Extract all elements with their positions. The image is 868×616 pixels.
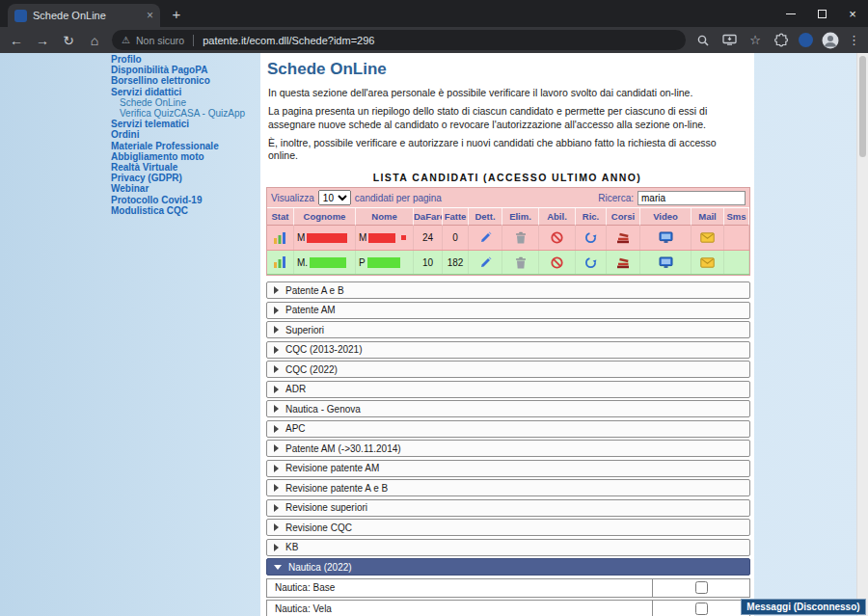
edit-icon[interactable] [469,226,502,250]
sidebar-item-servizi-didattici[interactable]: Servizi didattici [111,87,261,97]
search-input[interactable] [637,191,746,205]
col-header-video[interactable]: Video [640,208,692,226]
extension-badge-icon[interactable] [799,33,813,47]
install-icon[interactable] [720,34,738,46]
mail-envelope-icon[interactable] [692,226,724,250]
courses-books-icon[interactable] [607,251,640,274]
sidebar-item-covid[interactable]: Protocollo Covid-19 [111,195,261,205]
forward-icon[interactable]: → [34,33,51,48]
col-header-corsi[interactable]: Corsi [607,208,640,226]
col-header-fatte[interactable]: Fatte [443,208,469,226]
minimize-button[interactable] [775,0,806,27]
col-header-stat[interactable]: Stat [267,208,294,226]
page-size-select[interactable]: 10 [318,190,351,205]
col-header-dafare[interactable]: DaFare [414,208,443,226]
home-icon[interactable]: ⌂ [86,33,103,48]
maximize-button[interactable] [806,0,837,27]
intro-text: In questa sezione dell'area personale è … [260,87,754,163]
delete-trash-icon[interactable] [502,251,539,274]
category-row-revisione-a-b[interactable]: Revisione patente A e B [266,479,750,496]
sidebar-item-verifica-quizcasa[interactable]: Verifica QuizCASA - QuizApp [111,108,261,119]
col-header-ric[interactable]: Ric. [576,208,607,226]
browser-menu-icon[interactable]: ⋮ [848,33,860,47]
reload-icon[interactable]: ↻ [60,33,77,48]
video-monitor-icon[interactable] [640,226,692,250]
col-header-elim[interactable]: Elim. [502,208,539,226]
col-header-mail[interactable]: Mail [692,208,724,226]
stats-icon[interactable] [267,226,294,250]
mail-envelope-icon[interactable] [692,251,724,274]
page-scrollbar[interactable] [856,53,868,616]
nautica-base-checkbox[interactable] [695,581,708,594]
zoom-icon[interactable] [694,34,712,47]
category-row-cqc-2013[interactable]: CQC (2013-2021) [266,341,750,359]
category-row-revisione-am[interactable]: Revisione patente AM [266,460,750,477]
category-row-kb[interactable]: KB [266,539,750,556]
sidebar-item-borsellino[interactable]: Borsellino elettronico [111,75,261,86]
messages-bar[interactable]: Messaggi (Disconnesso) [741,599,866,615]
site-favicon-icon [14,10,27,22]
sidebar-item-servizi-telematici[interactable]: Servizi telematici [111,119,261,129]
new-tab-button[interactable]: + [168,6,185,22]
sidebar-nav: Profilo Disponibilità PagoPA Borsellino … [111,54,261,216]
browser-tab[interactable]: Schede OnLine × [8,4,160,27]
category-row-superiori[interactable]: Superiori [266,321,750,338]
video-monitor-icon[interactable] [640,251,692,274]
bookmark-star-icon[interactable]: ☆ [746,33,764,47]
category-row-patente-a-b[interactable]: Patente A e B [266,281,750,299]
col-header-abil[interactable]: Abil. [539,208,576,226]
address-bar[interactable]: ⚠ Non sicuro patente.it/ecom.dll/Schede?… [112,30,686,50]
category-row-cqc-2022[interactable]: CQC (2022) [266,361,750,378]
profile-avatar[interactable] [822,32,839,49]
redacted-block [310,257,346,268]
sidebar-item-schede-online[interactable]: Schede OnLine [111,97,261,108]
category-row-nautica-2022[interactable]: Nautica (2022) [266,558,750,576]
tab-close-icon[interactable]: × [147,10,153,21]
sidebar-item-privacy[interactable]: Privacy (GDPR) [111,173,261,183]
category-row-nautica-genova[interactable]: Nautica - Genova [266,400,750,417]
category-row-patente-am[interactable]: Patente AM [266,302,750,319]
close-button[interactable]: × [837,0,868,27]
tab-title: Schede OnLine [33,10,141,21]
ricerca-label: Ricerca: [598,193,634,203]
redacted-block [368,233,395,243]
intro-paragraph: È, inoltre, possibile verificare e autor… [268,137,746,164]
delete-trash-icon[interactable] [502,226,539,250]
sidebar-item-modulistica-cqc[interactable]: Modulistica CQC [111,205,261,216]
col-header-cognome[interactable]: Cognome [294,208,356,226]
col-header-sms[interactable]: Sms [724,208,749,226]
nome-cell: M [356,226,414,250]
col-header-dett[interactable]: Dett. [469,208,502,226]
category-row-adr[interactable]: ADR [266,381,750,398]
edit-icon[interactable] [469,251,502,274]
sidebar-item-webinar[interactable]: Webinar [111,183,261,194]
not-secure-label: Non sicuro [136,35,184,46]
refresh-icon[interactable] [576,226,607,250]
category-row-revisione-cqc[interactable]: Revisione CQC [266,519,750,536]
nautica-base-label: Nautica: Base [267,579,653,597]
chevron-right-icon [274,504,279,512]
category-row-patente-am-2014[interactable]: Patente AM (->30.11.2014) [266,440,750,457]
category-row-apc[interactable]: APC [266,420,750,438]
sidebar-item-ordini[interactable]: Ordini [111,129,261,140]
disable-forbidden-icon[interactable] [539,251,576,274]
refresh-icon[interactable] [576,251,607,274]
courses-books-icon[interactable] [607,226,640,250]
web-page: Profilo Disponibilità PagoPA Borsellino … [0,53,868,616]
chevron-right-icon [274,484,279,492]
nautica-vela-checkbox[interactable] [695,603,708,615]
sidebar-item-profilo[interactable]: Profilo [111,54,261,65]
sidebar-item-pagopa[interactable]: Disponibilità PagoPA [111,65,261,75]
disable-forbidden-icon[interactable] [539,226,576,250]
stats-icon[interactable] [267,251,294,274]
col-header-nome[interactable]: Nome [356,208,414,226]
sidebar-item-materiale[interactable]: Materiale Professionale [111,141,261,151]
sidebar-item-realta-virtuale[interactable]: Realtà Virtuale [111,162,261,173]
intro-paragraph: In questa sezione dell'area personale è … [268,87,746,100]
category-row-revisione-superiori[interactable]: Revisione superiori [266,499,750,517]
scrollbar-thumb[interactable] [859,56,866,157]
sidebar-item-abbigliamento[interactable]: Abbigliamento moto [111,151,261,162]
nautica-vela-label: Nautica: Vela [267,601,653,616]
extensions-puzzle-icon[interactable] [773,33,790,47]
back-icon[interactable]: ← [8,33,25,48]
